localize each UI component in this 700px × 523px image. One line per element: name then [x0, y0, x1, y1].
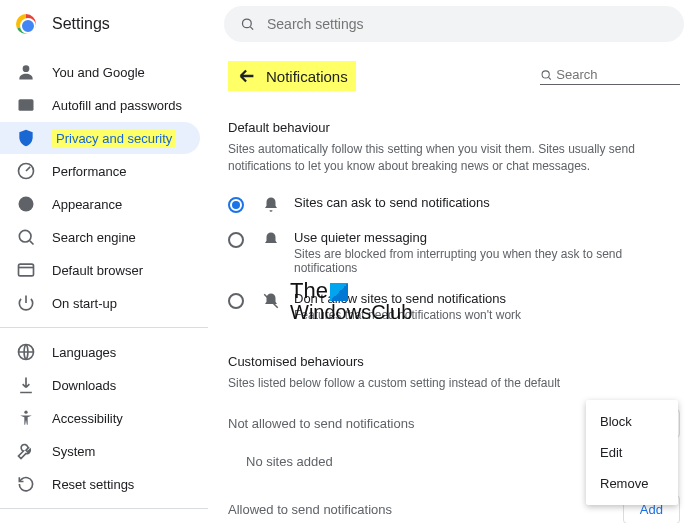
- settings-title: Settings: [52, 15, 110, 33]
- svg-point-5: [19, 197, 34, 212]
- radio-label: Sites can ask to send notifications: [294, 195, 490, 210]
- sidebar-separator: [0, 508, 208, 509]
- settings-search[interactable]: [224, 6, 684, 42]
- settings-search-input[interactable]: [267, 16, 668, 32]
- power-icon: [16, 293, 36, 313]
- chrome-logo-icon: [16, 14, 36, 34]
- page-header: Notifications: [228, 56, 680, 96]
- top-search[interactable]: [540, 67, 680, 85]
- menu-block[interactable]: Block: [586, 406, 678, 437]
- sidebar: You and Google Autofill and passwords Pr…: [0, 48, 208, 523]
- radio-icon[interactable]: [228, 197, 244, 213]
- main-content: Notifications Default behaviour Sites au…: [208, 48, 700, 523]
- svg-point-11: [24, 411, 27, 414]
- default-behaviour-section: Default behaviour Sites automatically fo…: [228, 120, 680, 330]
- sidebar-item-extensions[interactable]: Extensions: [0, 517, 200, 523]
- radio-desc: Features that need notifications won't w…: [294, 308, 521, 322]
- allowed-label: Allowed to send notifications: [228, 502, 623, 517]
- download-icon: [16, 375, 36, 395]
- sidebar-item-autofill[interactable]: Autofill and passwords: [0, 89, 200, 121]
- svg-line-15: [549, 77, 551, 79]
- sidebar-label: Appearance: [52, 197, 122, 212]
- top-search-input[interactable]: [556, 67, 680, 82]
- sidebar-label: Search engine: [52, 230, 136, 245]
- sidebar-label: On start-up: [52, 296, 117, 311]
- performance-icon: [16, 161, 36, 181]
- browser-icon: [16, 260, 36, 280]
- accessibility-icon: [16, 408, 36, 428]
- sidebar-label: Privacy and security: [52, 129, 176, 148]
- search-engine-icon: [16, 227, 36, 247]
- sidebar-item-accessibility[interactable]: Accessibility: [0, 402, 200, 434]
- section-heading: Default behaviour: [228, 120, 680, 135]
- sidebar-label: Autofill and passwords: [52, 98, 182, 113]
- svg-point-14: [542, 70, 549, 77]
- section-desc: Sites listed below follow a custom setti…: [228, 375, 680, 392]
- sidebar-label: Accessibility: [52, 411, 123, 426]
- back-button[interactable]: [236, 65, 258, 87]
- wrench-icon: [16, 441, 36, 461]
- radio-desc: Sites are blocked from interrupting you …: [294, 247, 680, 275]
- sidebar-item-performance[interactable]: Performance: [0, 155, 200, 187]
- sidebar-item-startup[interactable]: On start-up: [0, 287, 200, 319]
- svg-rect-3: [19, 99, 34, 111]
- svg-point-0: [242, 19, 251, 28]
- site-actions-menu: Block Edit Remove: [586, 400, 678, 505]
- sidebar-item-downloads[interactable]: Downloads: [0, 369, 200, 401]
- radio-icon[interactable]: [228, 293, 244, 309]
- bell-quiet-icon: [262, 231, 280, 249]
- sidebar-item-reset[interactable]: Reset settings: [0, 468, 200, 500]
- sidebar-item-appearance[interactable]: Appearance: [0, 188, 200, 220]
- sidebar-item-languages[interactable]: Languages: [0, 336, 200, 368]
- shield-icon: [16, 128, 36, 148]
- search-icon: [540, 68, 552, 82]
- svg-line-1: [250, 27, 253, 30]
- search-icon: [240, 16, 255, 32]
- section-heading: Customised behaviours: [228, 354, 680, 369]
- sidebar-item-privacy-security[interactable]: Privacy and security: [0, 122, 200, 154]
- svg-point-2: [23, 65, 30, 72]
- bell-icon: [262, 196, 280, 214]
- sidebar-label: Performance: [52, 164, 126, 179]
- bell-off-icon: [262, 292, 280, 310]
- menu-edit[interactable]: Edit: [586, 437, 678, 468]
- radio-option-quieter[interactable]: Use quieter messagingSites are blocked f…: [228, 222, 680, 283]
- radio-option-block[interactable]: Don't allow sites to send notificationsF…: [228, 283, 680, 330]
- sidebar-label: System: [52, 444, 95, 459]
- menu-remove[interactable]: Remove: [586, 468, 678, 499]
- sidebar-item-search-engine[interactable]: Search engine: [0, 221, 200, 253]
- svg-rect-8: [19, 264, 34, 276]
- top-bar: Settings: [0, 0, 700, 48]
- sidebar-item-system[interactable]: System: [0, 435, 200, 467]
- sidebar-item-you-and-google[interactable]: You and Google: [0, 56, 200, 88]
- sidebar-label: Default browser: [52, 263, 143, 278]
- radio-label: Use quieter messaging: [294, 230, 680, 245]
- person-icon: [16, 62, 36, 82]
- sidebar-separator: [0, 327, 208, 328]
- autofill-icon: [16, 95, 36, 115]
- globe-icon: [16, 342, 36, 362]
- reset-icon: [16, 474, 36, 494]
- not-allowed-label: Not allowed to send notifications: [228, 416, 623, 431]
- radio-icon[interactable]: [228, 232, 244, 248]
- sidebar-label: You and Google: [52, 65, 145, 80]
- appearance-icon: [16, 194, 36, 214]
- section-desc: Sites automatically follow this setting …: [228, 141, 680, 175]
- sidebar-item-default-browser[interactable]: Default browser: [0, 254, 200, 286]
- sidebar-label: Reset settings: [52, 477, 134, 492]
- sidebar-label: Languages: [52, 345, 116, 360]
- svg-point-6: [19, 230, 31, 242]
- svg-line-7: [30, 241, 34, 245]
- page-title: Notifications: [266, 68, 348, 85]
- radio-option-ask[interactable]: Sites can ask to send notifications: [228, 187, 680, 222]
- sidebar-label: Downloads: [52, 378, 116, 393]
- radio-label: Don't allow sites to send notifications: [294, 291, 521, 306]
